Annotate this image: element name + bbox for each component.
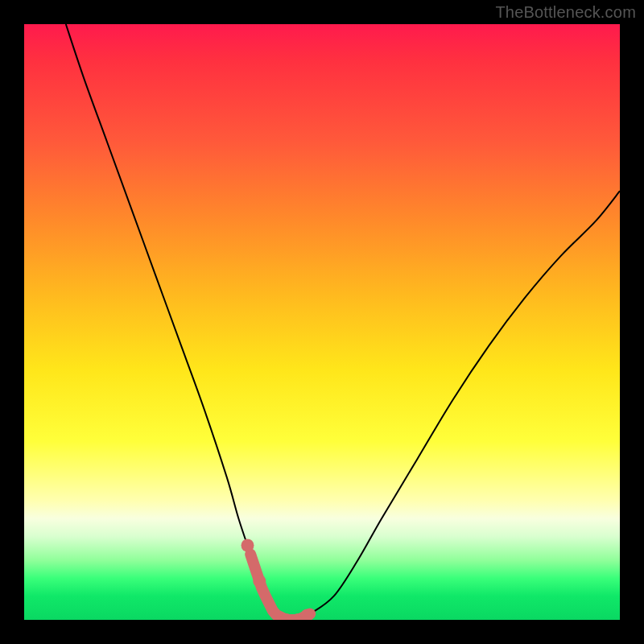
bottleneck-curve	[66, 24, 620, 620]
chart-svg	[24, 24, 620, 620]
chart-frame: TheBottleneck.com	[0, 0, 644, 644]
watermark-text: TheBottleneck.com	[495, 3, 636, 22]
optimal-dot-1	[253, 575, 266, 588]
optimal-marker	[242, 539, 314, 621]
optimal-dot-0	[242, 539, 254, 552]
plot-area	[24, 24, 620, 620]
